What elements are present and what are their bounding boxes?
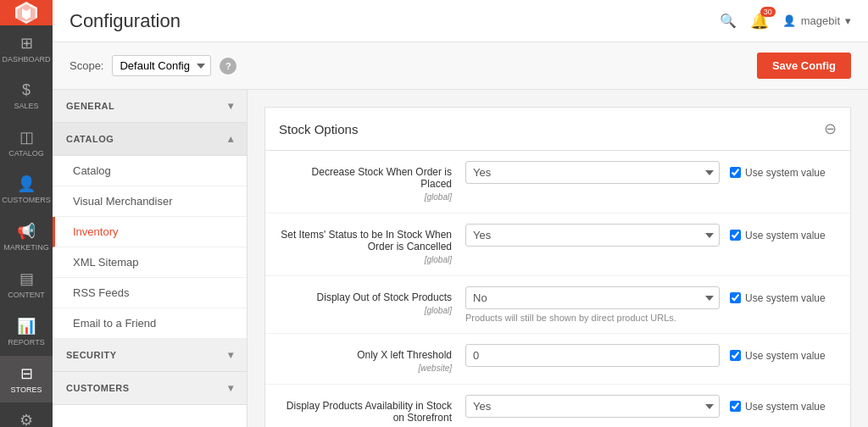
config-row-only-x-left: Only X left Threshold [website] Use syst… (265, 334, 850, 385)
user-menu-chevron-icon: ▾ (845, 14, 851, 27)
catalog-icon: ◫ (19, 128, 34, 147)
nav-section-general[interactable]: GENERAL ▾ (53, 90, 247, 123)
label-text: Decrease Stock When Order is Placed (279, 166, 452, 190)
config-control-only-x-left: Use system value (465, 344, 837, 367)
sidebar: ⊞ DASHBOARD $ SALES ◫ CATALOG 👤 CUSTOMER… (0, 0, 53, 427)
label-text: Display Products Availability in Stock o… (279, 400, 452, 424)
sidebar-item-dashboard[interactable]: ⊞ DASHBOARD (0, 25, 53, 73)
use-system-value-only-x[interactable]: Use system value (730, 350, 826, 362)
right-content: Stock Options ⊖ Decrease Stock When Orde… (248, 90, 868, 427)
stock-options-collapse-icon: ⊖ (824, 119, 837, 138)
sidebar-item-label: STORES (11, 385, 42, 395)
config-label-display-out-of-stock: Display Out of Stock Products [global] (279, 286, 465, 316)
sidebar-item-catalog[interactable]: ◫ CATALOG (0, 119, 53, 167)
user-avatar-icon: 👤 (782, 14, 796, 27)
scope-bar: Scope: Default Config ? Save Config (53, 42, 868, 90)
label-scope: [global] (425, 306, 452, 315)
sidebar-item-label: CUSTOMERS (2, 196, 50, 205)
nav-section-customers-chevron: ▾ (228, 382, 234, 394)
nav-item-catalog[interactable]: Catalog (53, 156, 247, 186)
use-system-value-checkbox[interactable] (730, 401, 741, 412)
use-system-value-display-out[interactable]: Use system value (730, 292, 826, 304)
use-system-value-checkbox[interactable] (730, 167, 741, 178)
config-row-decrease-stock: Decrease Stock When Order is Placed [glo… (265, 151, 850, 214)
customers-icon: 👤 (17, 175, 36, 193)
nav-item-xml-sitemap[interactable]: XML Sitemap (53, 247, 247, 278)
nav-section-catalog[interactable]: CATALOG ▴ (53, 123, 247, 156)
sidebar-logo[interactable] (0, 0, 53, 25)
config-control-row: NoYes Use system value (465, 286, 837, 309)
config-control-row: YesNo Use system value (465, 161, 837, 184)
sidebar-item-label: MARKETING (3, 243, 49, 252)
config-label-set-items-status: Set Items' Status to be In Stock When Or… (279, 224, 465, 265)
sidebar-item-marketing[interactable]: 📢 MARKETING (0, 214, 53, 261)
config-control-display-out-of-stock: NoYes Use system value Products will sti… (465, 286, 837, 323)
stock-options-panel: Stock Options ⊖ Decrease Stock When Orde… (264, 107, 851, 427)
display-availability-select[interactable]: YesNo (465, 395, 720, 418)
save-config-button[interactable]: Save Config (757, 53, 851, 79)
config-row-display-out-of-stock: Display Out of Stock Products [global] N… (265, 276, 850, 334)
config-control-decrease-stock: YesNo Use system value (465, 161, 837, 184)
notifications-button[interactable]: 🔔 30 (750, 12, 769, 30)
use-system-value-set-items[interactable]: Use system value (730, 230, 826, 241)
system-icon: ⚙ (19, 411, 33, 427)
sidebar-item-label: SALES (14, 102, 38, 111)
sidebar-item-customers[interactable]: 👤 CUSTOMERS (0, 166, 53, 214)
sidebar-item-reports[interactable]: 📊 REPORTS (0, 308, 53, 356)
sidebar-item-label: CONTENT (8, 291, 45, 300)
stock-options-title: Stock Options (279, 122, 358, 136)
content-icon: ▤ (19, 269, 34, 288)
nav-section-security-chevron: ▾ (228, 349, 234, 361)
set-items-status-select[interactable]: YesNo (465, 224, 720, 247)
sidebar-item-content[interactable]: ▤ CONTENT (0, 261, 53, 308)
use-system-value-decrease-stock[interactable]: Use system value (730, 167, 826, 179)
display-out-of-stock-select[interactable]: NoYes (465, 286, 720, 309)
user-name: magebit (801, 14, 840, 27)
user-menu[interactable]: 👤 magebit ▾ (782, 14, 851, 27)
label-text: Set Items' Status to be In Stock When Or… (279, 229, 452, 252)
nav-section-catalog-label: CATALOG (66, 134, 114, 144)
nav-section-security[interactable]: SECURITY ▾ (53, 339, 247, 372)
decrease-stock-select[interactable]: YesNo (465, 161, 720, 184)
nav-item-visual-merchandiser[interactable]: Visual Merchandiser (53, 186, 247, 217)
use-system-value-checkbox[interactable] (730, 230, 741, 241)
content-area: GENERAL ▾ CATALOG ▴ Catalog Visual Merch… (53, 90, 868, 427)
dashboard-icon: ⊞ (20, 34, 33, 53)
use-system-value-checkbox[interactable] (730, 350, 741, 361)
notification-badge: 30 (760, 7, 776, 17)
nav-section-general-chevron: ▾ (228, 100, 234, 112)
marketing-icon: 📢 (17, 222, 36, 241)
label-text: Only X left Threshold (279, 349, 452, 361)
help-icon[interactable]: ? (220, 58, 236, 75)
use-system-value-display-avail[interactable]: Use system value (730, 401, 826, 413)
nav-item-inventory[interactable]: Inventory (53, 217, 247, 247)
nav-section-general-label: GENERAL (66, 101, 114, 111)
scope-select[interactable]: Default Config (112, 55, 211, 76)
nav-item-rss-feeds[interactable]: RSS Feeds (53, 278, 247, 308)
sidebar-item-sales[interactable]: $ SALES (0, 73, 53, 119)
scope-label: Scope: (70, 59, 103, 72)
only-x-left-input[interactable] (465, 344, 720, 367)
sidebar-item-label: REPORTS (8, 338, 44, 347)
display-out-of-stock-hint: Products will still be shown by direct p… (465, 313, 837, 323)
nav-section-catalog-chevron: ▴ (228, 133, 234, 145)
sidebar-item-label: DASHBOARD (3, 55, 51, 64)
config-control-row: Use system value (465, 344, 837, 367)
sidebar-item-stores[interactable]: ⊟ STORES (0, 356, 53, 403)
config-control-row: YesNo Use system value (465, 224, 837, 247)
sidebar-item-system[interactable]: ⚙ SYSTEM (0, 402, 53, 427)
config-row-display-availability: Display Products Availability in Stock o… (265, 385, 850, 427)
nav-section-security-label: SECURITY (66, 350, 117, 360)
use-system-value-checkbox[interactable] (730, 292, 741, 303)
label-scope: [global] (425, 192, 452, 202)
sidebar-item-label: CATALOG (8, 149, 44, 158)
header-actions: 🔍 🔔 30 👤 magebit ▾ (720, 12, 851, 30)
config-control-display-availability: YesNo Use system value (465, 395, 837, 418)
stores-icon: ⊟ (20, 364, 33, 383)
top-header: Configuration 🔍 🔔 30 👤 magebit ▾ (53, 0, 868, 42)
nav-section-customers[interactable]: CUSTOMERS ▾ (53, 372, 247, 405)
stock-options-header[interactable]: Stock Options ⊖ (265, 108, 850, 151)
search-icon[interactable]: 🔍 (720, 13, 737, 29)
reports-icon: 📊 (17, 317, 36, 336)
nav-item-email-to-friend[interactable]: Email to a Friend (53, 308, 247, 339)
